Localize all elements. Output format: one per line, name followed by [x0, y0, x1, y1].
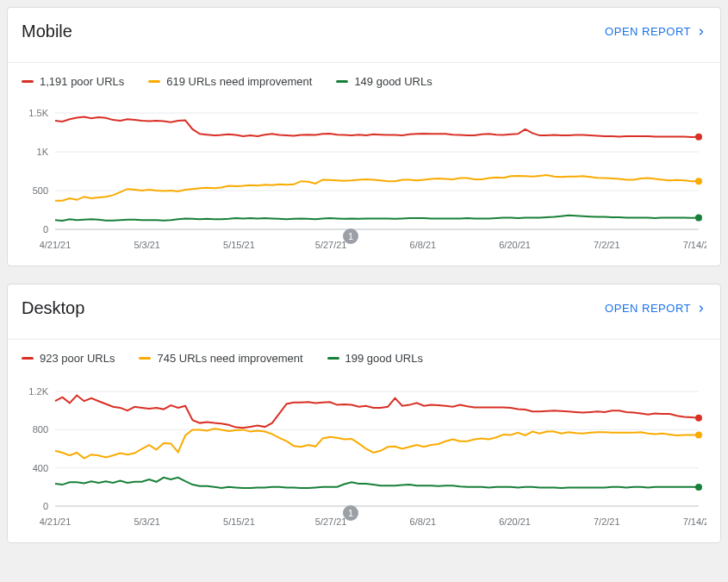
- y-tick-label: 500: [33, 185, 48, 196]
- chart-wrap: 05001K1.5K4/21/215/3/215/15/215/27/216/8…: [22, 100, 706, 255]
- x-tick-label: 7/14/21: [683, 516, 706, 527]
- series-endcap-poor: [695, 134, 702, 141]
- y-tick-label: 0: [43, 224, 48, 235]
- legend-item: 745 URLs need improvement: [139, 352, 302, 365]
- y-tick-label: 1K: [37, 147, 49, 157]
- panel-mobile: MobileOPEN REPORT1,191 poor URLs619 URLs…: [7, 7, 721, 266]
- open-report-label: OPEN REPORT: [605, 25, 691, 38]
- x-tick-label: 6/20/21: [499, 516, 531, 527]
- legend-item: 1,191 poor URLs: [22, 75, 124, 88]
- legend-item: 619 URLs need improvement: [148, 75, 312, 88]
- legend-item: 923 poor URLs: [22, 352, 115, 365]
- chart-legend: 1,191 poor URLs619 URLs need improvement…: [22, 75, 706, 88]
- legend-swatch: [22, 80, 34, 83]
- divider: [8, 339, 720, 340]
- chart-wrap: 04008001.2K4/21/215/3/215/15/215/27/216/…: [22, 377, 706, 532]
- x-tick-label: 7/14/21: [683, 240, 706, 250]
- y-tick-label: 0: [43, 501, 48, 511]
- card-header: MobileOPEN REPORT: [22, 22, 706, 41]
- panel-desktop: DesktopOPEN REPORT923 poor URLs745 URLs …: [7, 284, 721, 543]
- x-tick-label: 5/27/21: [315, 240, 347, 250]
- series-needs_improvement: [55, 429, 699, 458]
- series-needs_improvement: [55, 175, 699, 201]
- series-poor: [55, 117, 699, 137]
- y-tick-label: 400: [33, 463, 48, 473]
- y-tick-label: 1.2K: [28, 386, 48, 397]
- x-tick-label: 4/21/21: [40, 516, 72, 527]
- legend-item: 199 good URLs: [327, 352, 423, 365]
- event-marker-badge[interactable]: 1: [343, 228, 358, 244]
- series-endcap-poor: [695, 415, 702, 422]
- legend-label: 1,191 poor URLs: [40, 75, 124, 88]
- series-good: [55, 478, 699, 488]
- series-good: [55, 216, 699, 221]
- legend-label: 745 URLs need improvement: [157, 352, 302, 365]
- legend-label: 923 poor URLs: [40, 352, 115, 365]
- legend-swatch: [336, 80, 348, 83]
- x-tick-label: 4/21/21: [40, 240, 72, 250]
- x-tick-label: 5/27/21: [315, 516, 347, 527]
- x-tick-label: 5/15/21: [223, 516, 255, 527]
- chart-svg: 04008001.2K4/21/215/3/215/15/215/27/216/…: [22, 377, 706, 532]
- x-tick-label: 5/3/21: [134, 240, 160, 250]
- chevron-right-icon: [696, 304, 706, 314]
- x-tick-label: 6/8/21: [410, 240, 437, 250]
- y-tick-label: 1.5K: [28, 108, 48, 118]
- series-endcap-good: [695, 484, 702, 491]
- card-title: Desktop: [22, 298, 84, 318]
- divider: [8, 62, 720, 63]
- x-tick-label: 5/3/21: [134, 516, 160, 527]
- legend-label: 149 good URLs: [354, 75, 432, 88]
- series-endcap-good: [695, 215, 702, 222]
- legend-swatch: [148, 80, 160, 83]
- open-report-button[interactable]: OPEN REPORT: [605, 302, 706, 315]
- x-tick-label: 5/15/21: [223, 240, 255, 250]
- x-tick-label: 6/8/21: [410, 516, 437, 527]
- legend-label: 199 good URLs: [345, 352, 423, 365]
- legend-swatch: [139, 357, 151, 360]
- open-report-button[interactable]: OPEN REPORT: [605, 25, 706, 38]
- legend-item: 149 good URLs: [336, 75, 432, 88]
- x-tick-label: 7/2/21: [594, 240, 620, 250]
- y-tick-label: 800: [33, 424, 48, 435]
- chevron-right-icon: [696, 27, 706, 37]
- series-endcap-needs_improvement: [695, 431, 702, 438]
- chart-svg: 05001K1.5K4/21/215/3/215/15/215/27/216/8…: [22, 100, 706, 255]
- x-tick-label: 6/20/21: [499, 240, 531, 250]
- card-header: DesktopOPEN REPORT: [22, 298, 706, 318]
- open-report-label: OPEN REPORT: [605, 302, 691, 315]
- legend-swatch: [22, 357, 34, 360]
- legend-label: 619 URLs need improvement: [166, 75, 312, 88]
- legend-swatch: [327, 357, 339, 360]
- series-poor: [55, 396, 699, 429]
- card-title: Mobile: [22, 22, 72, 41]
- x-tick-label: 7/2/21: [594, 516, 620, 527]
- event-marker-badge[interactable]: 1: [343, 505, 358, 521]
- chart-legend: 923 poor URLs745 URLs need improvement19…: [22, 352, 706, 365]
- series-endcap-needs_improvement: [695, 178, 702, 185]
